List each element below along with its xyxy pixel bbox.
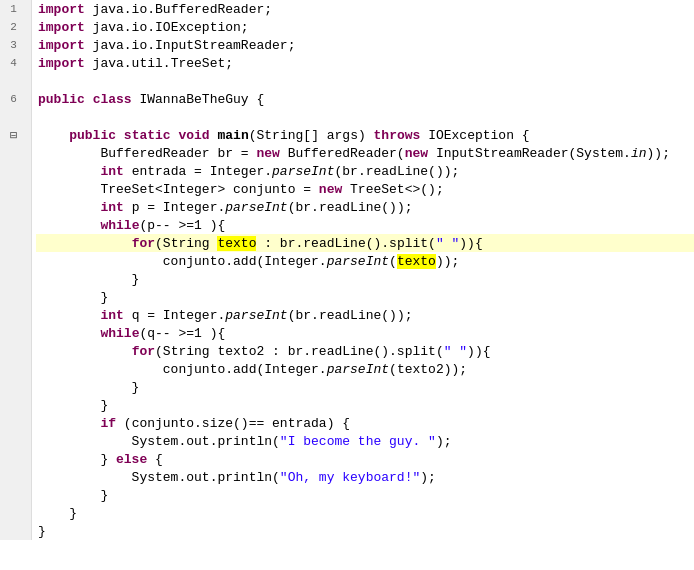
kw-new-1: new	[256, 146, 279, 161]
code-line-8: public static void main(String[] args) t…	[36, 126, 694, 144]
gutter-26	[0, 450, 31, 468]
code-line-17: }	[36, 288, 694, 306]
kw-while-2: while	[100, 326, 139, 341]
kw-public-2: public	[69, 128, 116, 143]
gutter-8: ⊟	[0, 126, 31, 144]
kw-class: class	[93, 92, 132, 107]
gutter-12	[0, 198, 31, 216]
gutter-18	[0, 306, 31, 324]
gutter-9	[0, 144, 31, 162]
kw-for-2: for	[132, 344, 155, 359]
code-line-10: int entrada = Integer.parseInt(br.readLi…	[36, 162, 694, 180]
kw-while-1: while	[100, 218, 139, 233]
gutter-4: 4	[0, 54, 31, 72]
code-line-11: TreeSet<Integer> conjunto = new TreeSet<…	[36, 180, 694, 198]
italic-parseint-2: parseInt	[225, 200, 287, 215]
gutter-13	[0, 216, 31, 234]
gutter-3: 3	[0, 36, 31, 54]
kw-static: static	[124, 128, 171, 143]
string-space-2: " "	[444, 344, 467, 359]
code-line-14: for(String texto : br.readLine().split("…	[36, 234, 694, 252]
kw-void: void	[178, 128, 209, 143]
code-line-21: conjunto.add(Integer.parseInt(texto2));	[36, 360, 694, 378]
italic-in: in	[631, 146, 647, 161]
code-line-4: import java.util.TreeSet;	[36, 54, 694, 72]
kw-throws: throws	[374, 128, 421, 143]
kw-new-2: new	[405, 146, 428, 161]
kw-int-2: int	[100, 200, 123, 215]
kw-for-1: for	[132, 236, 155, 251]
gutter-11	[0, 180, 31, 198]
code-line-16: }	[36, 270, 694, 288]
code-line-13: while(p-- >=1 ){	[36, 216, 694, 234]
gutter-22	[0, 378, 31, 396]
code-line-3: import java.io.InputStreamReader;	[36, 36, 694, 54]
highlight-texto-1: texto	[217, 236, 256, 251]
code-line-5	[36, 72, 694, 90]
code-line-15: conjunto.add(Integer.parseInt(texto));	[36, 252, 694, 270]
code-line-2: import java.io.IOException;	[36, 18, 694, 36]
kw-import-1: import	[38, 2, 85, 17]
code-line-1: import java.io.BufferedReader;	[36, 0, 694, 18]
code-line-19: while(q-- >=1 ){	[36, 324, 694, 342]
code-line-18: int q = Integer.parseInt(br.readLine());	[36, 306, 694, 324]
kw-public-1: public	[38, 92, 85, 107]
kw-import-4: import	[38, 56, 85, 71]
gutter-2: 2	[0, 18, 31, 36]
method-main: main	[218, 128, 249, 143]
line-numbers: 1 2 3 4 6 ⊟	[0, 0, 32, 540]
code-editor: 1 2 3 4 6 ⊟ i	[0, 0, 694, 540]
highlight-texto-2: texto	[397, 254, 436, 269]
string-become: "I become the guy. "	[280, 434, 436, 449]
code-line-25: System.out.println("I become the guy. ")…	[36, 432, 694, 450]
gutter-19	[0, 324, 31, 342]
code-line-7	[36, 108, 694, 126]
gutter-1: 1	[0, 0, 31, 18]
gutter-27	[0, 468, 31, 486]
kw-new-3: new	[319, 182, 342, 197]
gutter-20	[0, 342, 31, 360]
italic-parseint-3: parseInt	[327, 254, 389, 269]
gutter-23	[0, 396, 31, 414]
gutter-17	[0, 288, 31, 306]
code-area[interactable]: import java.io.BufferedReader; import ja…	[32, 0, 694, 540]
gutter-6: 6	[0, 90, 31, 108]
kw-if: if	[100, 416, 116, 431]
gutter-24	[0, 414, 31, 432]
gutter-21	[0, 360, 31, 378]
code-line-26: } else {	[36, 450, 694, 468]
kw-else: else	[116, 452, 147, 467]
italic-parseint-1: parseInt	[272, 164, 334, 179]
code-line-27: System.out.println("Oh, my keyboard!");	[36, 468, 694, 486]
code-line-29: }	[36, 504, 694, 522]
gutter-10	[0, 162, 31, 180]
code-line-28: }	[36, 486, 694, 504]
kw-import-2: import	[38, 20, 85, 35]
code-line-30: }	[36, 522, 694, 540]
gutter-14	[0, 234, 31, 252]
code-line-6: public class IWannaBeTheGuy {	[36, 90, 694, 108]
code-line-22: }	[36, 378, 694, 396]
code-line-20: for(String texto2 : br.readLine().split(…	[36, 342, 694, 360]
gutter-25	[0, 432, 31, 450]
code-line-23: }	[36, 396, 694, 414]
kw-import-3: import	[38, 38, 85, 53]
string-space-1: " "	[436, 236, 459, 251]
gutter-30	[0, 522, 31, 540]
kw-int-3: int	[100, 308, 123, 323]
gutter-29	[0, 504, 31, 522]
gutter-16	[0, 270, 31, 288]
gutter-15	[0, 252, 31, 270]
kw-int-1: int	[100, 164, 123, 179]
gutter-7	[0, 108, 31, 126]
gutter-5	[0, 72, 31, 90]
code-line-24: if (conjunto.size()== entrada) {	[36, 414, 694, 432]
code-line-9: BufferedReader br = new BufferedReader(n…	[36, 144, 694, 162]
string-keyboard: "Oh, my keyboard!"	[280, 470, 420, 485]
italic-parseint-4: parseInt	[225, 308, 287, 323]
gutter-28	[0, 486, 31, 504]
code-line-12: int p = Integer.parseInt(br.readLine());	[36, 198, 694, 216]
italic-parseint-5: parseInt	[327, 362, 389, 377]
